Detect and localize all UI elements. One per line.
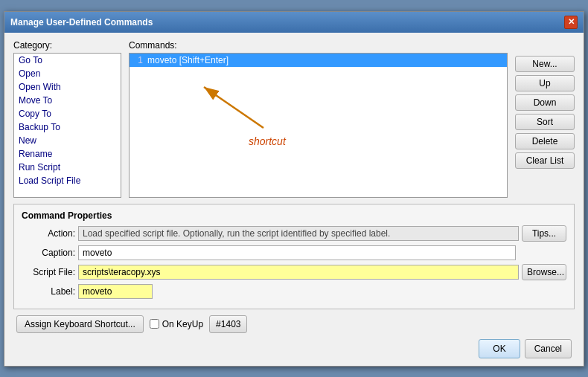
id-badge: #1403	[209, 315, 247, 333]
bottom-left: Assign Keyboard Shortcut... On KeyUp #14…	[16, 315, 247, 333]
svg-line-1	[204, 87, 263, 128]
caption-row: Caption:	[22, 245, 566, 260]
script-input[interactable]	[78, 265, 519, 280]
shortcut-text: shortcut	[249, 135, 286, 147]
script-row: Script File: Browse...	[22, 264, 566, 280]
label-label: Label:	[22, 286, 75, 297]
caption-input[interactable]	[78, 245, 516, 260]
category-new[interactable]: New	[14, 134, 121, 147]
item-number: 1	[132, 55, 143, 65]
sort-button[interactable]: Sort	[515, 114, 575, 130]
onkeyup-group: On KeyUp	[150, 319, 203, 329]
cancel-button[interactable]: Cancel	[525, 339, 572, 358]
category-runscript[interactable]: Run Script	[14, 161, 121, 174]
dialog-title: Manage User-Defined Commands	[10, 17, 153, 28]
delete-button[interactable]: Delete	[515, 133, 575, 149]
ok-button[interactable]: OK	[479, 339, 520, 358]
script-label: Script File:	[22, 267, 75, 277]
item-text: moveto [Shift+Enter]	[147, 55, 229, 65]
commands-label: Commands:	[129, 40, 508, 51]
clear-list-button[interactable]: Clear List	[515, 152, 575, 169]
up-button[interactable]: Up	[515, 75, 575, 91]
action-input[interactable]	[78, 226, 519, 241]
category-moveto[interactable]: Move To	[14, 94, 121, 107]
new-button[interactable]: New...	[515, 56, 575, 72]
title-bar: Manage User-Defined Commands ✕	[4, 12, 584, 33]
onkeyup-label: On KeyUp	[162, 319, 203, 329]
manage-commands-dialog: Manage User-Defined Commands ✕ Category:…	[4, 11, 584, 367]
down-button[interactable]: Down	[515, 94, 575, 111]
category-loadscript[interactable]: Load Script File	[14, 174, 121, 187]
action-row: Action: Tips...	[22, 225, 566, 242]
dialog-body: Category: Go To Open Open With Move To C…	[4, 33, 584, 366]
caption-label: Caption:	[22, 248, 75, 258]
props-title: Command Properties	[22, 210, 566, 221]
category-backupto[interactable]: Backup To	[14, 120, 121, 134]
commands-panel: Commands: 1 moveto [Shift+Enter]	[129, 40, 508, 198]
category-panel: Category: Go To Open Open With Move To C…	[13, 40, 121, 198]
bottom-action-bar: Assign Keyboard Shortcut... On KeyUp #14…	[13, 315, 575, 333]
category-label: Category:	[13, 40, 121, 51]
action-label: Action:	[22, 228, 75, 239]
shortcut-arrow	[189, 76, 278, 135]
tips-button[interactable]: Tips...	[522, 225, 566, 242]
commands-listbox[interactable]: 1 moveto [Shift+Enter] shortcut	[129, 53, 508, 198]
bottom-final: OK Cancel	[13, 339, 575, 358]
category-open[interactable]: Open	[14, 67, 121, 80]
assign-shortcut-button[interactable]: Assign Keyboard Shortcut...	[16, 315, 144, 333]
category-openwith[interactable]: Open With	[14, 80, 121, 94]
close-button[interactable]: ✕	[564, 16, 578, 29]
command-item-1[interactable]: 1 moveto [Shift+Enter]	[130, 54, 507, 67]
category-goto[interactable]: Go To	[14, 54, 121, 67]
onkeyup-checkbox[interactable]	[150, 319, 159, 329]
right-buttons: New... Up Down Sort Delete Clear List	[515, 40, 575, 198]
label-row: Label:	[22, 284, 566, 299]
command-properties-section: Command Properties Action: Tips... Capti…	[13, 204, 575, 309]
category-rename[interactable]: Rename	[14, 147, 121, 161]
browse-button[interactable]: Browse...	[522, 264, 566, 280]
label-input[interactable]	[78, 284, 153, 299]
category-listbox[interactable]: Go To Open Open With Move To Copy To Bac…	[13, 53, 121, 198]
top-section: Category: Go To Open Open With Move To C…	[13, 40, 575, 198]
category-copyto[interactable]: Copy To	[14, 107, 121, 120]
